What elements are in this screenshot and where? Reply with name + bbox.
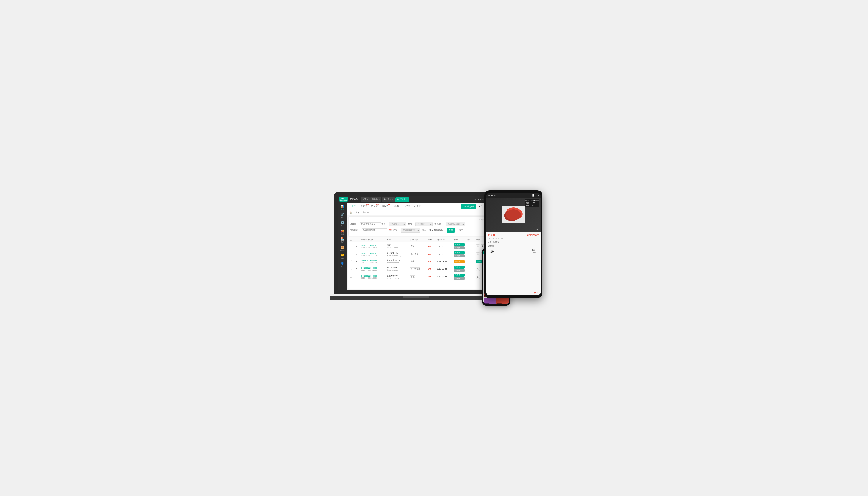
tab-purchase[interactable]: 采购单 × [370, 197, 382, 202]
date-input[interactable] [362, 228, 388, 232]
table-row[interactable]: 3 DH180322000096 2018-03-22 18:31:08 皇级酒… [348, 258, 493, 265]
sub-tab-completed[interactable]: 已完成 [401, 203, 412, 210]
td-status: 已收货 待对账 [453, 243, 466, 250]
sub-tab-pending-review[interactable]: 待审核1 [358, 203, 369, 210]
sidebar-item-sales[interactable]: 📊 销售 [338, 204, 347, 212]
print-icon[interactable]: 🖨 [476, 252, 480, 256]
tab-order[interactable]: ↻ 订货单 × [396, 197, 409, 202]
status-badge-2: 待对账 [454, 277, 464, 280]
sidebar-item-partner[interactable]: 🤝 合作 [338, 253, 347, 261]
sidebar-item-purchase[interactable]: 🛒 采购 [338, 212, 347, 220]
product-name: 西红柿 [488, 233, 495, 237]
close-icon[interactable]: × [367, 199, 368, 200]
td-customer: 连锁餐饮006 (110000000013) [385, 273, 408, 281]
badge-receive: 5 [388, 204, 390, 205]
breadcrumb-all: 全部订单 [361, 212, 369, 214]
print-icon[interactable]: 🖨 [476, 267, 480, 271]
collapse-row: ▾ 高级搜索 🔍 [350, 218, 491, 221]
customer-id: (110000000013) [387, 277, 407, 279]
th-note: 备注 [466, 237, 475, 243]
print-icon[interactable]: 🖨 [476, 275, 480, 279]
sub-tab-pending-ship[interactable]: 待发货13 [369, 203, 380, 210]
tab-purchase-summary[interactable]: 采购汇总 × [382, 197, 395, 202]
download-icon[interactable]: ⬇ [481, 244, 485, 248]
table-row[interactable]: 5 DH180322000026 2018-03-22 13:35:36 连锁餐… [348, 273, 493, 281]
th-num [355, 237, 360, 243]
refresh-icon[interactable]: ↻ [397, 198, 399, 200]
status-container: 已收货 待对账 [454, 243, 464, 249]
settlement-select[interactable]: 选择结算状态 [401, 228, 420, 232]
keyword-input[interactable] [360, 222, 381, 226]
table-row[interactable]: 1 DH180322000158 2018-03-22 19:14:59 彭厨 … [348, 243, 493, 250]
query-button[interactable]: 查询 [447, 228, 455, 232]
ship-button[interactable]: 发货 [476, 260, 482, 263]
order-no[interactable]: DH180322000096 [361, 260, 384, 262]
close-icon[interactable]: × [392, 199, 393, 200]
sub-tab-pending-receive[interactable]: 待收货5 [380, 203, 390, 210]
laptop-body: 艾鲜 AT FRESH 艾鲜食品 首页 × 采购单 × [334, 192, 498, 294]
td-checkbox [348, 250, 355, 258]
td-checkbox [348, 273, 355, 281]
sidebar: 📊 销售 🛒 采购 ⚙️ 加工 🚚 配送 [338, 203, 347, 290]
logo-line2: AT FRESH [340, 200, 347, 201]
new-order-button[interactable]: + 新增订货单 [461, 204, 476, 209]
clear-button[interactable]: 清空 [456, 228, 465, 233]
order-no[interactable]: DH180322000153 [361, 252, 384, 254]
sales-icon: 📊 [341, 204, 344, 208]
td-checkbox [348, 265, 355, 273]
sub-tab-all[interactable]: 全部 [350, 203, 358, 210]
sub-tab-received[interactable]: 已收货 [390, 203, 401, 210]
order-no[interactable]: DH180322000039 [361, 267, 384, 269]
table-row[interactable]: 4 DH180322000039 2018-03-22 14:18:59 企业食… [348, 265, 493, 273]
wifi-icon: ▲ [535, 195, 537, 196]
sidebar-item-product[interactable]: 🏪 商品 [338, 236, 347, 244]
sidebar-item-process[interactable]: ⚙️ 加工 [338, 220, 347, 228]
close-icon[interactable]: × [379, 199, 380, 200]
th-customer: 客户 [385, 237, 408, 243]
order-no[interactable]: DH180322000158 [361, 244, 384, 247]
td-delivery: 2018-03-22 [435, 258, 453, 265]
product-thumb-4[interactable]: ¥26.00 [496, 298, 509, 304]
status-badge-2: 待对账 [454, 254, 464, 257]
td-note [466, 265, 475, 273]
status-badge-1: 已收货 [454, 243, 464, 246]
td-amount: ¥20 [427, 258, 435, 265]
breadcrumb-order[interactable]: 订货单 [354, 212, 359, 214]
td-delivery: 2018-03-22 [435, 265, 453, 273]
product-line-label: 西红柿 [488, 245, 494, 248]
home-icon[interactable]: 🏠 [350, 212, 352, 214]
sidebar-label-purchase: 采购 [341, 217, 344, 219]
sidebar-item-staff[interactable]: 👤 员工 [338, 261, 347, 269]
phone2: 08:44:01 ▌▌▌ ▲ ▮ 品名：西红柿(斤) 单价：10.00 扣皮 [484, 190, 542, 298]
customer-select[interactable]: 选择客户 [389, 222, 406, 227]
sub-tab-cancelled[interactable]: 已作废 [412, 203, 423, 210]
qty-details: 2.2斤 0斤 [532, 249, 537, 254]
print-icon[interactable]: 🖨 [476, 244, 480, 248]
collapse-button[interactable]: ▾ [477, 218, 481, 221]
customer-level-badge: 客户级别2 [410, 267, 420, 270]
order-no[interactable]: DH180322000026 [361, 275, 384, 277]
status-container: 待发货 [454, 260, 464, 263]
table-row[interactable]: 2 DH180322000153 2018-03-22 19:01:14 企业食… [348, 250, 493, 258]
product-image-area: 品名：西红柿(斤) 单价：10.00 扣皮：2.20 1/1 [486, 198, 541, 232]
product-thumb-3[interactable]: ¥12.00 [484, 298, 496, 304]
sort-select[interactable]: 排库 制单时间 ▾ [430, 229, 443, 232]
th-checkbox [348, 237, 355, 243]
customer-row: 艾鲜供应商 [486, 240, 541, 244]
logo-line1: 艾鲜 [340, 198, 347, 200]
customer-id: 张(110000000016) [387, 269, 407, 272]
tab-home[interactable]: 首页 × [361, 197, 370, 202]
keyword-label: 关键字： [350, 223, 358, 226]
signal-icon: ▌▌▌ [531, 195, 534, 196]
td-status: 已收货 待对账 [453, 250, 466, 258]
back-icon[interactable]: ← [474, 198, 476, 200]
product-info-panel: 西红柿 返青中餐厅 2020-01-07 06:44:01 艾鲜供应商 西红柿 … [486, 232, 541, 295]
customer-level-select[interactable]: 选择客户级别 [446, 222, 465, 227]
status-container: 已收货 待对账 [454, 251, 464, 257]
sidebar-item-basket[interactable]: 🧺 周转篮 [338, 245, 347, 252]
status-badge-1: 待发货 [454, 260, 464, 263]
customer-level-label: 客户级别： [434, 223, 444, 226]
dept-select[interactable]: 选择部门 [416, 222, 433, 227]
close-icon[interactable]: × [406, 199, 407, 200]
sidebar-item-delivery[interactable]: 🚚 配送 [338, 228, 347, 236]
